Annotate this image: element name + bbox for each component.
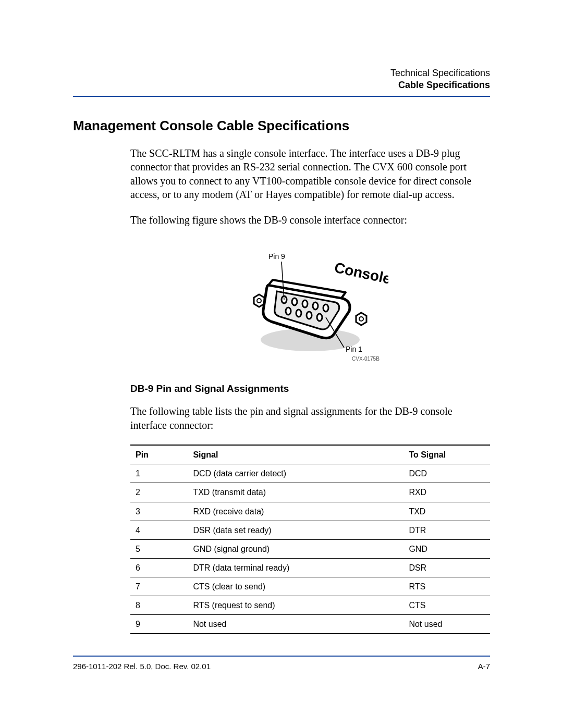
svg-point-10 xyxy=(286,307,291,315)
header-rule xyxy=(73,96,490,97)
th-pin: Pin xyxy=(130,445,188,464)
svg-point-2 xyxy=(257,299,261,303)
cell-to_signal: RTS xyxy=(403,577,490,596)
subsection-intro: The following table lists the pin and si… xyxy=(130,404,490,432)
cell-pin: 8 xyxy=(130,596,188,615)
cell-to_signal: RXD xyxy=(403,483,490,502)
section-title: Management Console Cable Specifications xyxy=(73,118,490,134)
page: Technical Specifications Cable Specifica… xyxy=(0,0,563,728)
footer-page-number: A-7 xyxy=(478,662,490,671)
figure-pin9-label: Pin 9 xyxy=(268,252,285,261)
page-footer: 296-1011-202 Rel. 5.0, Doc. Rev. 02.01 A… xyxy=(73,656,490,671)
paragraph-1: The SCC-RLTM has a single console interf… xyxy=(130,146,490,202)
table-row: 2TXD (transmit data)RXD xyxy=(130,483,490,502)
table-row: 4DSR (data set ready)DTR xyxy=(130,521,490,539)
cell-to_signal: CTS xyxy=(403,596,490,615)
svg-point-12 xyxy=(307,312,312,319)
cell-to_signal: Not used xyxy=(403,615,490,634)
cell-signal: RTS (request to send) xyxy=(188,596,403,615)
cell-pin: 6 xyxy=(130,558,188,577)
cell-signal: DTR (data terminal ready) xyxy=(188,558,403,577)
svg-point-7 xyxy=(302,300,308,307)
th-signal: Signal xyxy=(188,445,403,464)
table-header-row: Pin Signal To Signal xyxy=(130,445,490,464)
th-to-signal: To Signal xyxy=(403,445,490,464)
figure-code: CVX-0175B xyxy=(352,356,380,362)
footer-rule xyxy=(73,656,490,657)
figure-console-label: Console xyxy=(333,259,388,287)
cell-to_signal: GND xyxy=(403,539,490,558)
cell-to_signal: DTR xyxy=(403,521,490,539)
table-row: 6DTR (data terminal ready)DSR xyxy=(130,558,490,577)
paragraph-2: The following figure shows the DB-9 cons… xyxy=(130,213,490,227)
table-row: 7CTS (clear to send)RTS xyxy=(130,577,490,596)
cell-signal: RXD (receive data) xyxy=(188,502,403,521)
db9-figure: Pin 9 Console Pin 1 CVX-0175B xyxy=(130,238,490,366)
cell-signal: TXD (transmit data) xyxy=(188,483,403,502)
cell-pin: 5 xyxy=(130,539,188,558)
table-row: 5GND (signal ground)GND xyxy=(130,539,490,558)
cell-signal: Not used xyxy=(188,615,403,634)
body-content: The SCC-RLTM has a single console interf… xyxy=(130,146,490,634)
cell-signal: CTS (clear to send) xyxy=(188,577,403,596)
header-subsection: Cable Specifications xyxy=(73,80,490,91)
cell-to_signal: DSR xyxy=(403,558,490,577)
cell-pin: 1 xyxy=(130,464,188,483)
cell-to_signal: TXD xyxy=(403,502,490,521)
figure-pin1-label: Pin 1 xyxy=(346,345,362,353)
header-doc-section: Technical Specifications xyxy=(73,68,490,79)
table-row: 1DCD (data carrier detect)DCD xyxy=(130,464,490,483)
cell-signal: GND (signal ground) xyxy=(188,539,403,558)
svg-point-4 xyxy=(359,317,363,321)
table-row: 3RXD (receive data)TXD xyxy=(130,502,490,521)
svg-point-11 xyxy=(296,310,301,317)
cell-pin: 4 xyxy=(130,521,188,539)
footer-doc-id: 296-1011-202 Rel. 5.0, Doc. Rev. 02.01 xyxy=(73,662,211,671)
svg-point-9 xyxy=(323,304,328,312)
cell-pin: 9 xyxy=(130,615,188,634)
cell-pin: 2 xyxy=(130,483,188,502)
svg-point-6 xyxy=(292,298,297,305)
cell-signal: DCD (data carrier detect) xyxy=(188,464,403,483)
page-header: Technical Specifications Cable Specifica… xyxy=(73,68,490,91)
cell-signal: DSR (data set ready) xyxy=(188,521,403,539)
table-row: 8RTS (request to send)CTS xyxy=(130,596,490,615)
cell-pin: 3 xyxy=(130,502,188,521)
svg-point-13 xyxy=(317,314,322,321)
db9-connector-icon: Pin 9 Console Pin 1 CVX-0175B xyxy=(232,238,388,363)
cell-pin: 7 xyxy=(130,577,188,596)
svg-point-8 xyxy=(313,302,318,310)
cell-to_signal: DCD xyxy=(403,464,490,483)
subsection-title: DB-9 Pin and Signal Assignments xyxy=(130,382,490,395)
table-row: 9Not usedNot used xyxy=(130,615,490,634)
pin-signal-table: Pin Signal To Signal 1DCD (data carrier … xyxy=(130,445,490,634)
